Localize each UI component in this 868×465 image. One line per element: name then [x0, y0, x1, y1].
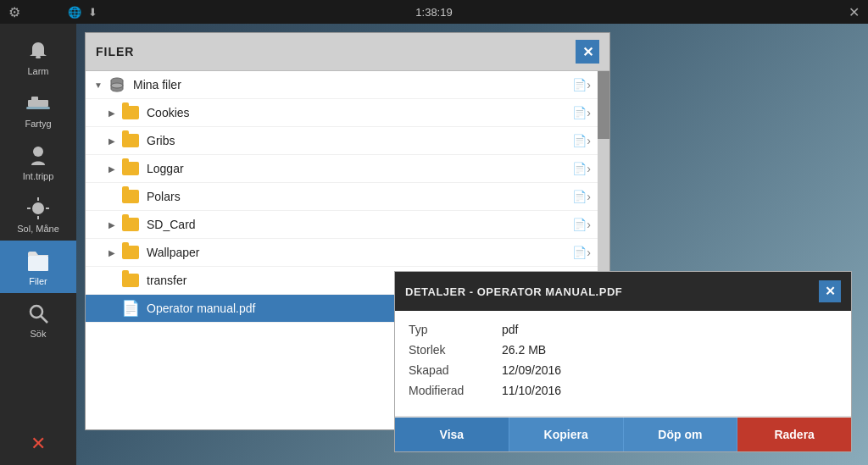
expand-arrow: ▼ — [92, 79, 104, 91]
folder-icon — [121, 271, 140, 290]
sidebar-bottom: ✕ — [0, 433, 76, 465]
list-item-name: Wallpaper — [147, 246, 572, 259]
sidebar-item-fartyg-label: Fartyg — [25, 119, 51, 129]
scrollbar-thumb[interactable] — [598, 71, 609, 139]
details-row-skapad: Skapad 12/09/2016 — [409, 363, 837, 377]
svg-point-5 — [32, 202, 44, 214]
folder-icon — [121, 103, 140, 122]
folder-icon — [121, 215, 140, 234]
nav-icon: 🌐 — [68, 6, 81, 19]
sidebar-item-sok-label: Sök — [31, 329, 47, 339]
list-item-name: Mina filer — [133, 78, 572, 91]
top-bar-icons: 🌐 ⬇ — [68, 6, 97, 19]
svg-rect-3 — [26, 107, 50, 109]
details-row-typ: Typ pdf — [409, 323, 837, 336]
file-action-icon: 📄› — [572, 190, 591, 203]
file-action-icon: 📄› — [572, 78, 591, 91]
details-row-modifierad: Modifierad 11/10/2016 — [409, 384, 837, 397]
expand-arrow — [106, 302, 118, 314]
file-action-icon: 📄› — [572, 246, 591, 259]
details-value-typ: pdf — [502, 323, 518, 336]
top-bar: ⚙ 🌐 ⬇ 1:38:19 ✕ — [0, 0, 868, 24]
list-item[interactable]: ▼ Mina filer 📄› — [86, 71, 598, 99]
details-label-typ: Typ — [409, 323, 502, 336]
svg-line-12 — [41, 316, 47, 323]
svg-rect-0 — [36, 56, 41, 58]
file-dialog-close-button[interactable]: ✕ — [576, 40, 599, 64]
details-value-modifierad: 11/10/2016 — [502, 384, 561, 397]
file-action-icon: 📄› — [572, 134, 591, 147]
list-item[interactable]: ▶ Loggar 📄› — [86, 155, 598, 183]
folder-icon — [121, 131, 140, 150]
list-item-name: Cookies — [147, 106, 572, 119]
list-item[interactable]: ▶ SD_Card 📄› — [86, 211, 598, 239]
pdf-file-icon: 📄 — [121, 299, 140, 318]
details-close-button[interactable]: ✕ — [819, 280, 841, 302]
folder-icon — [121, 159, 140, 178]
details-row-storlek: Storlek 26.2 MB — [409, 343, 837, 357]
details-header: DETALJER - OPERATOR MANUAL.PDF ✕ — [395, 272, 851, 311]
visa-button[interactable]: Visa — [395, 418, 509, 451]
svg-rect-10 — [28, 256, 48, 271]
sidebar-item-solmane[interactable]: Sol, Måne — [0, 188, 76, 241]
sidebar-close-button[interactable]: ✕ — [31, 433, 46, 455]
file-action-icon: 📄› — [572, 218, 591, 231]
sidebar-item-intripp-label: Int.tripp — [23, 171, 54, 181]
list-item[interactable]: Polars 📄› — [86, 183, 598, 211]
intripp-icon — [22, 142, 54, 169]
file-dialog-header: FILER ✕ — [86, 33, 609, 71]
clock: 1:38:19 — [415, 6, 452, 19]
svg-point-14 — [111, 83, 123, 88]
list-item-name: Gribs — [147, 134, 572, 147]
sidebar-item-fartyg[interactable]: Fartyg — [0, 83, 76, 136]
kopiera-button[interactable]: Kopiera — [509, 418, 623, 451]
sidebar-item-solmane-label: Sol, Måne — [17, 224, 59, 234]
details-value-storlek: 26.2 MB — [502, 343, 546, 357]
dop-om-button[interactable]: Döp om — [623, 418, 737, 451]
folder-icon — [121, 243, 140, 262]
gear-icon[interactable]: ⚙ — [8, 4, 20, 20]
fartyg-icon — [22, 90, 54, 117]
database-icon — [108, 75, 126, 94]
larm-icon — [22, 37, 54, 64]
list-item-name: Polars — [147, 190, 572, 203]
sidebar-item-intripp[interactable]: Int.tripp — [0, 136, 76, 188]
expand-arrow — [106, 191, 118, 202]
sidebar-item-sok[interactable]: Sök — [0, 293, 76, 346]
expand-arrow: ▶ — [106, 135, 118, 147]
details-label-storlek: Storlek — [409, 343, 502, 357]
list-item[interactable]: ▶ Gribs 📄› — [86, 127, 598, 155]
download-icon: ⬇ — [88, 6, 97, 19]
svg-point-4 — [33, 147, 43, 157]
details-dialog: DETALJER - OPERATOR MANUAL.PDF ✕ Typ pdf… — [394, 271, 852, 452]
file-dialog-title: FILER — [96, 45, 134, 58]
file-action-icon: 📄› — [572, 106, 591, 119]
filer-icon — [22, 247, 54, 274]
details-actions: Visa Kopiera Döp om Radera — [395, 416, 851, 451]
sidebar-item-larm-label: Larm — [27, 66, 48, 76]
expand-arrow: ▶ — [106, 246, 118, 258]
expand-arrow — [106, 274, 118, 286]
sidebar-item-larm[interactable]: Larm — [0, 30, 76, 83]
folder-icon — [121, 187, 140, 206]
svg-point-11 — [31, 306, 42, 318]
details-body: Typ pdf Storlek 26.2 MB Skapad 12/09/201… — [395, 311, 851, 416]
list-item-name: SD_Card — [147, 218, 572, 231]
expand-arrow: ▶ — [106, 107, 118, 119]
radera-button[interactable]: Radera — [737, 418, 851, 451]
svg-rect-1 — [28, 100, 48, 107]
file-action-icon: 📄› — [572, 162, 591, 175]
svg-rect-2 — [31, 97, 38, 101]
topbar-close-button[interactable]: ✕ — [849, 4, 860, 20]
details-label-modifierad: Modifierad — [409, 384, 502, 397]
details-label-skapad: Skapad — [409, 363, 502, 377]
expand-arrow: ▶ — [106, 219, 118, 230]
sidebar-item-filer[interactable]: Filer — [0, 241, 76, 293]
sun-moon-icon — [22, 195, 54, 222]
search-icon — [22, 300, 54, 327]
expand-arrow: ▶ — [106, 163, 118, 174]
list-item[interactable]: ▶ Wallpaper 📄› — [86, 239, 598, 267]
list-item-name: Loggar — [147, 162, 572, 175]
details-title: DETALJER - OPERATOR MANUAL.PDF — [405, 285, 622, 298]
list-item[interactable]: ▶ Cookies 📄› — [86, 99, 598, 127]
